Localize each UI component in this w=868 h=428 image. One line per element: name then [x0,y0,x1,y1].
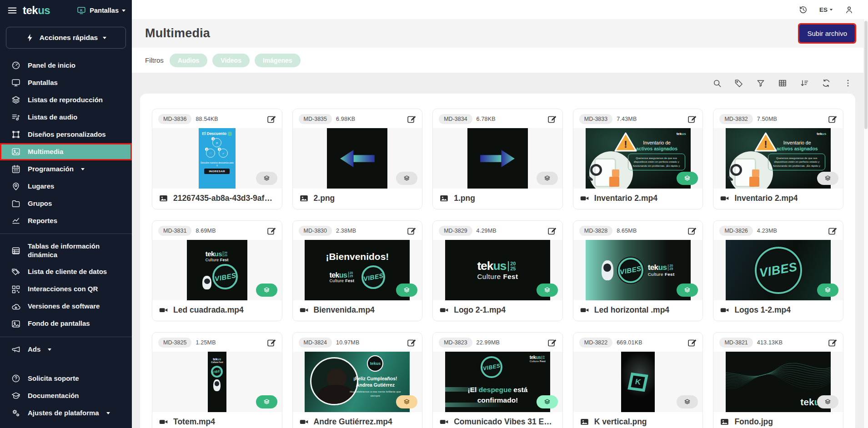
media-card[interactable]: MD-3834 6.78KB 1.png [432,109,563,209]
quick-actions-button[interactable]: Acciones rápidas [6,27,126,49]
filter-chip-videos[interactable]: Videos [212,54,250,67]
playlist-assignment-badge[interactable] [677,172,698,185]
history-icon[interactable] [799,5,808,14]
edit-icon[interactable] [266,114,276,124]
media-card[interactable]: MD-3824 10.97MB tekus ¡Feliz Cumpleaños!… [292,332,423,428]
filter-chip-audios[interactable]: Audios [170,54,207,67]
edit-icon[interactable] [828,226,837,236]
sort-icon[interactable] [800,79,809,88]
sidebar-item-versiones-de-software[interactable]: Versiones de software [0,298,132,315]
sidebar-item-documentacion[interactable]: Documentación [0,387,132,404]
media-card[interactable]: MD-3830 2.38MB ¡Bienvenidos! tekus 2025 … [292,220,423,321]
sidebar-item-fondo-de-pantallas[interactable]: Fondo de pantallas [0,315,132,333]
media-thumbnail: El Descuento 1⟳ 2🛒 3✓ Descubre nuestros … [152,128,282,189]
media-card[interactable]: MD-3823 22.99MB VIBES tekus 2025 Culture… [432,332,563,428]
edit-icon[interactable] [406,338,416,348]
playlist-assignment-badge[interactable] [396,172,417,185]
filter-chip-imágenes[interactable]: Imágenes [255,54,301,67]
upload-file-button[interactable]: Subir archivo [799,25,855,42]
file-size: 22.99MB [477,339,500,346]
hamburger-menu-icon[interactable] [7,5,17,15]
sidebar-item-grupos[interactable]: Grupos [0,195,132,212]
language-selector[interactable]: ES [819,6,833,13]
sidebar-item-tablas-de-informacion-dinamica[interactable]: Tablas de información dinámica [0,238,132,264]
sidebar-item-panel-de-inicio[interactable]: Panel de inicio [0,57,132,74]
media-card[interactable]: MD-3828 8.65MB VIBES tekus 2025 Culture … [573,220,703,321]
layers-stack-icon [403,174,411,182]
media-card[interactable]: MD-3833 7.43MB ! tekus Inventario deacti… [573,109,703,209]
edit-icon[interactable] [406,114,416,124]
user-profile-icon[interactable] [845,5,853,14]
sidebar-item-disenos-personalizados[interactable]: Diseños personalizados [0,126,132,143]
edit-icon[interactable] [547,114,557,124]
media-card[interactable]: MD-3829 4.29MB tekus 2025 Culture Fest L… [432,220,563,321]
edit-icon[interactable] [687,226,697,236]
sidebar-item-programacion[interactable]: Programación [0,160,132,178]
playlist-assignment-badge[interactable] [537,395,558,408]
playlist-assignment-badge[interactable] [396,284,417,297]
edit-icon[interactable] [828,338,837,348]
sidebar-item-reportes[interactable]: Reportes [0,212,132,229]
card-footer: Andre Gutiérrez.mp4 [293,412,422,428]
edit-icon[interactable] [687,338,697,348]
edit-icon[interactable] [406,226,416,236]
edit-icon[interactable] [547,226,557,236]
sidebar-item-solicita-soporte[interactable]: Solicita soporte [0,370,132,387]
playlist-assignment-badge[interactable] [256,172,277,185]
card-header: MD-3821 413.13KB [713,333,843,352]
scrollbar-thumb[interactable] [864,21,868,129]
sidebar-item-multimedia[interactable]: Multimedia [0,143,132,160]
image-file-icon [299,194,309,203]
main-content: ES Multimedia Subir archivo Filtros Audi… [132,0,868,428]
sidebar-item-lugares[interactable]: Lugares [0,178,132,195]
media-card[interactable]: MD-3831 8.69MB tekus 2025 Culture Fest V… [152,220,282,321]
edit-icon[interactable] [266,226,276,236]
playlist-assignment-badge[interactable] [817,395,838,408]
playlist-assignment-badge[interactable] [677,284,698,297]
card-header: MD-3829 4.29MB [433,221,562,240]
card-footer: Led cuadrada.mp4 [152,300,282,321]
media-card[interactable]: MD-3821 413.13KB tekus Fondo.jpg [713,332,843,428]
sidebar-item-pantallas[interactable]: Pantallas [0,74,132,91]
media-card[interactable]: MD-3835 6.98KB 2.png [292,109,423,209]
sidebar-item-listas-de-reproduccion[interactable]: Listas de reproducción [0,91,132,109]
sidebar-header: tekus K Pantallas [0,0,132,20]
playlist-assignment-badge[interactable] [677,395,698,408]
media-id-badge: MD-3823 [439,338,472,348]
media-id-badge: MD-3831 [158,226,191,236]
media-card[interactable]: MD-3832 7.50MB ! tekus Inventario deacti… [713,109,843,209]
chevron-down-icon [830,9,833,10]
edit-icon[interactable] [687,114,697,124]
kebab-icon[interactable] [843,79,853,88]
media-card[interactable]: MD-3836 88.54KB El Descuento 1⟳ 2🛒 3✓ De… [152,109,282,209]
playlist-assignment-badge[interactable] [537,284,558,297]
sidebar-item-interacciones-con-qr[interactable]: Interacciones con QR [0,281,132,298]
edit-icon[interactable] [828,114,837,124]
playlist-assignment-badge[interactable] [256,395,277,408]
card-header: MD-3835 6.98KB [293,109,422,128]
media-card[interactable]: MD-3826 4.23MB VIBES Logos 1-2.mp4 [713,220,843,321]
playlist-assignment-badge[interactable] [256,284,277,297]
playlist-assignment-badge[interactable] [396,395,417,408]
card-footer: 21267435-ab8a-43d3-9af… [152,189,282,209]
tag-icon[interactable] [734,79,743,88]
search-icon[interactable] [712,79,722,88]
sync-icon[interactable] [822,79,831,88]
sidebar-item-ads[interactable]: Ads [0,341,132,358]
svg-text:!: ! [764,139,768,150]
screens-dropdown[interactable]: K Pantallas [76,6,125,15]
media-card[interactable]: MD-3825 1.25MB tekus Culture Fest VIBES … [152,332,282,428]
sidebar-item-lista-de-cliente-de-datos[interactable]: Lista de cliente de datos [0,264,132,281]
sidebar-item-listas-de-audio[interactable]: Listas de audio [0,109,132,126]
scrollbar-track[interactable] [863,19,868,428]
sidebar-item-ajustes-de-plataforma[interactable]: Ajustes de plataforma [0,404,132,422]
media-card[interactable]: MD-3822 669.01KB K K vertical.png [573,332,703,428]
file-size: 4.29MB [477,228,497,234]
funnel-icon[interactable] [756,79,765,88]
playlist-assignment-badge[interactable] [817,284,838,297]
table-grid-icon[interactable] [778,79,787,88]
edit-icon[interactable] [266,338,276,348]
edit-icon[interactable] [547,338,557,348]
playlist-assignment-badge[interactable] [537,172,558,185]
playlist-assignment-badge[interactable] [817,172,838,185]
